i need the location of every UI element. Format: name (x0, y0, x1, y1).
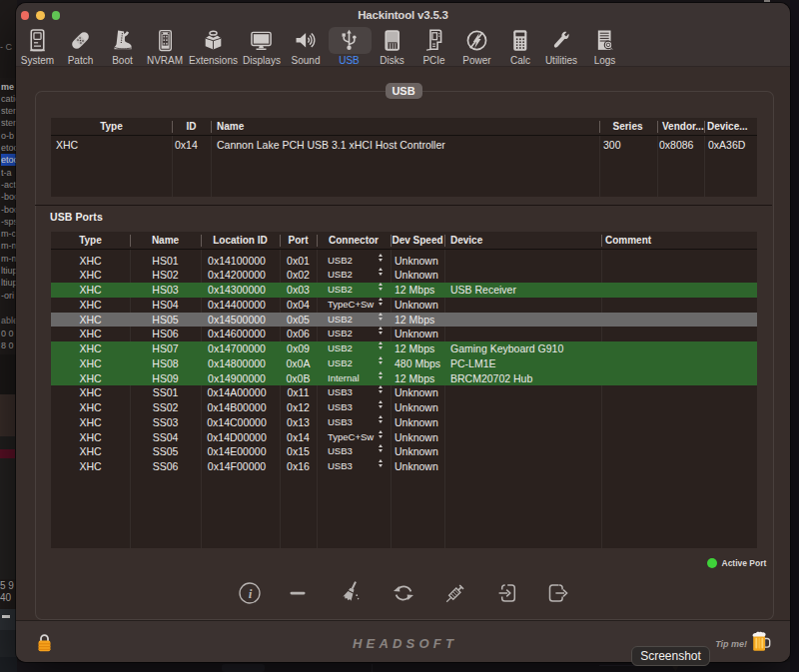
svg-text:i: i (248, 586, 252, 601)
